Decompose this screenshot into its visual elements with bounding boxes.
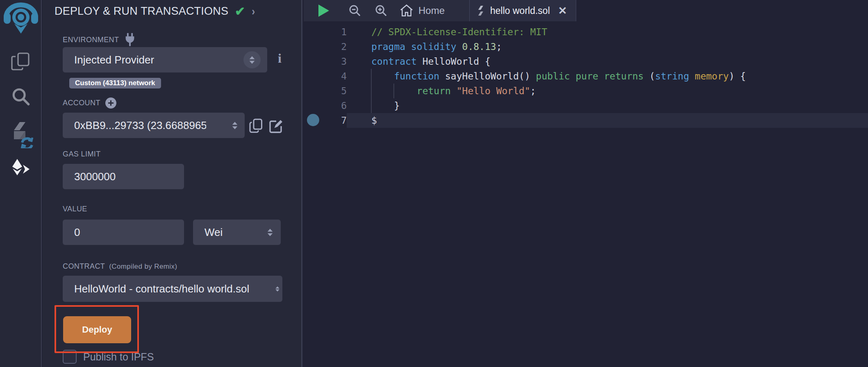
compiled-check-icon: ✔ xyxy=(235,4,245,18)
line-number: 6 xyxy=(304,98,347,113)
contract-note: (Compiled by Remix) xyxy=(109,263,177,271)
code-editor: Home hello world.sol ✕ 1// SPDX-License-… xyxy=(304,0,868,367)
code-text: pragma solidity 0.8.13; xyxy=(347,39,868,54)
code-line-4[interactable]: 4 function sayHelloWorld() public pure r… xyxy=(304,69,868,84)
deploy-button[interactable]: Deploy xyxy=(63,316,131,343)
deploy-run-panel: DEPLOY & RUN TRANSACTIONS ✔ › ENVIRONMEN… xyxy=(43,0,302,367)
code-text: // SPDX-License-Identifier: MIT xyxy=(347,25,868,39)
search-icon[interactable] xyxy=(0,86,42,107)
unit-dropdown-arrows-icon xyxy=(268,229,273,236)
editor-toolbar: Home xyxy=(304,0,469,21)
plug-icon xyxy=(124,33,136,47)
line-number: 3 xyxy=(304,54,347,69)
account-dropdown-arrows-icon xyxy=(232,122,237,129)
solidity-compiler-icon[interactable] xyxy=(0,121,42,148)
code-text: function sayHelloWorld() public pure ret… xyxy=(347,69,868,84)
code-line-5[interactable]: 5 return "Hello World"; xyxy=(304,84,868,98)
copy-account-icon[interactable] xyxy=(249,118,264,134)
account-select[interactable]: 0xBB9...29733 (23.6688965 xyxy=(63,113,245,138)
code-line-7[interactable]: 7$ xyxy=(304,113,868,128)
contract-dropdown-arrows-icon xyxy=(275,286,279,292)
value-unit-select[interactable]: Wei xyxy=(193,220,281,245)
environment-dropdown-arrows-icon xyxy=(243,51,261,68)
code-text: $ xyxy=(347,113,868,128)
icon-rail xyxy=(0,0,42,367)
line-number: 1 xyxy=(304,25,347,39)
indent-guide xyxy=(393,84,394,98)
collapse-chevron-icon[interactable]: › xyxy=(252,5,255,18)
panel-title: DEPLOY & RUN TRANSACTIONS xyxy=(55,5,228,18)
contract-value: HelloWorld - contracts/hello world.sol xyxy=(63,283,249,295)
network-badge: Custom (43113) network xyxy=(69,78,161,88)
code-line-1[interactable]: 1// SPDX-License-Identifier: MIT xyxy=(304,25,868,39)
editor-tabbar: Home hello world.sol ✕ xyxy=(304,0,868,21)
line-number: 4 xyxy=(304,69,347,84)
home-icon xyxy=(400,4,414,17)
add-account-icon[interactable] xyxy=(105,97,116,109)
breakpoint-dot[interactable] xyxy=(307,114,319,126)
zoom-out-icon[interactable] xyxy=(348,4,362,18)
account-value: 0xBB9...29733 (23.6688965 xyxy=(63,119,206,132)
value-value: 0 xyxy=(63,226,80,239)
code-line-6[interactable]: 6 } xyxy=(304,98,868,113)
code-text: } xyxy=(347,98,868,113)
publish-ipfs-label: Publish to IPFS xyxy=(83,351,154,363)
code-text: contract HelloWorld { xyxy=(347,54,868,69)
tab-file[interactable]: hello world.sol ✕ xyxy=(469,0,576,21)
gas-limit-value: 3000000 xyxy=(63,170,116,183)
account-label: ACCOUNT xyxy=(63,99,100,107)
indent-guide xyxy=(371,69,372,113)
edit-account-icon[interactable] xyxy=(269,119,284,134)
file-explorer-icon[interactable] xyxy=(0,52,42,71)
gas-limit-label: GAS LIMIT xyxy=(63,150,101,159)
environment-info-icon[interactable]: i xyxy=(278,51,282,66)
environment-select[interactable]: Injected Provider xyxy=(63,47,267,72)
code-text: return "Hello World"; xyxy=(347,84,868,98)
contract-select[interactable]: HelloWorld - contracts/hello world.sol xyxy=(63,276,282,302)
environment-label: ENVIRONMENT xyxy=(63,36,119,44)
code-lines[interactable]: 1// SPDX-License-Identifier: MIT2pragma … xyxy=(304,21,868,128)
code-line-3[interactable]: 3contract HelloWorld { xyxy=(304,54,868,69)
solidity-file-icon xyxy=(477,5,484,16)
home-tab-label: Home xyxy=(418,5,445,16)
close-tab-icon[interactable]: ✕ xyxy=(558,5,567,17)
publish-ipfs-checkbox[interactable] xyxy=(63,350,77,364)
file-tab-label: hello world.sol xyxy=(490,5,550,16)
value-unit: Wei xyxy=(193,226,223,239)
zoom-in-icon[interactable] xyxy=(374,4,388,18)
remix-logo[interactable] xyxy=(0,2,42,35)
tab-home[interactable]: Home xyxy=(400,4,445,17)
line-number: 5 xyxy=(304,84,347,98)
value-input[interactable]: 0 xyxy=(63,220,184,245)
gas-limit-input[interactable]: 3000000 xyxy=(63,164,184,189)
deploy-run-icon[interactable] xyxy=(0,159,42,180)
contract-label: CONTRACT xyxy=(63,262,105,271)
environment-value: Injected Provider xyxy=(63,54,154,66)
line-number: 2 xyxy=(304,39,347,54)
run-script-icon[interactable] xyxy=(318,4,330,18)
value-label: VALUE xyxy=(63,205,87,213)
code-line-2[interactable]: 2pragma solidity 0.8.13; xyxy=(304,39,868,54)
